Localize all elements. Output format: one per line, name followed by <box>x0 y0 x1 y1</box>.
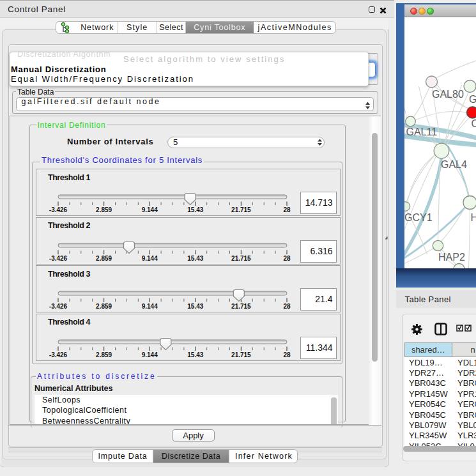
svg-text:2.859: 2.859 <box>96 303 112 310</box>
svg-text:15.43: 15.43 <box>187 303 203 310</box>
svg-text:GAL80: GAL80 <box>432 89 464 100</box>
svg-text:G.: G. <box>469 94 476 105</box>
svg-text:21.715: 21.715 <box>231 255 251 262</box>
svg-text:-3.426: -3.426 <box>49 206 68 213</box>
svg-text:21.715: 21.715 <box>231 303 251 310</box>
svg-text:C: C <box>471 118 476 129</box>
svg-text:GAL11: GAL11 <box>406 127 437 137</box>
svg-text:28: 28 <box>283 206 291 213</box>
svg-text:2.859: 2.859 <box>96 255 112 262</box>
svg-text:9.144: 9.144 <box>142 255 158 262</box>
svg-text:21.715: 21.715 <box>231 206 251 213</box>
svg-text:15.43: 15.43 <box>187 206 203 213</box>
svg-text:-3.426: -3.426 <box>49 255 68 262</box>
svg-text:21.715: 21.715 <box>231 351 251 358</box>
svg-text:2.859: 2.859 <box>96 206 112 213</box>
svg-text:2.859: 2.859 <box>96 351 112 358</box>
svg-text:GCY1: GCY1 <box>404 212 433 223</box>
svg-text:GAL4: GAL4 <box>441 159 467 170</box>
svg-text:HAP2: HAP2 <box>438 252 465 263</box>
svg-text:28: 28 <box>283 255 291 262</box>
svg-text:28: 28 <box>283 351 291 358</box>
svg-text:9.144: 9.144 <box>142 303 158 310</box>
svg-text:-3.426: -3.426 <box>49 303 68 310</box>
svg-text:-3.426: -3.426 <box>49 351 68 358</box>
svg-text:9.144: 9.144 <box>142 351 158 358</box>
svg-text:15.43: 15.43 <box>187 255 203 262</box>
svg-text:9.144: 9.144 <box>142 206 158 213</box>
svg-text:15.43: 15.43 <box>187 351 203 358</box>
svg-text:28: 28 <box>283 303 291 310</box>
svg-text:H: H <box>470 212 476 223</box>
